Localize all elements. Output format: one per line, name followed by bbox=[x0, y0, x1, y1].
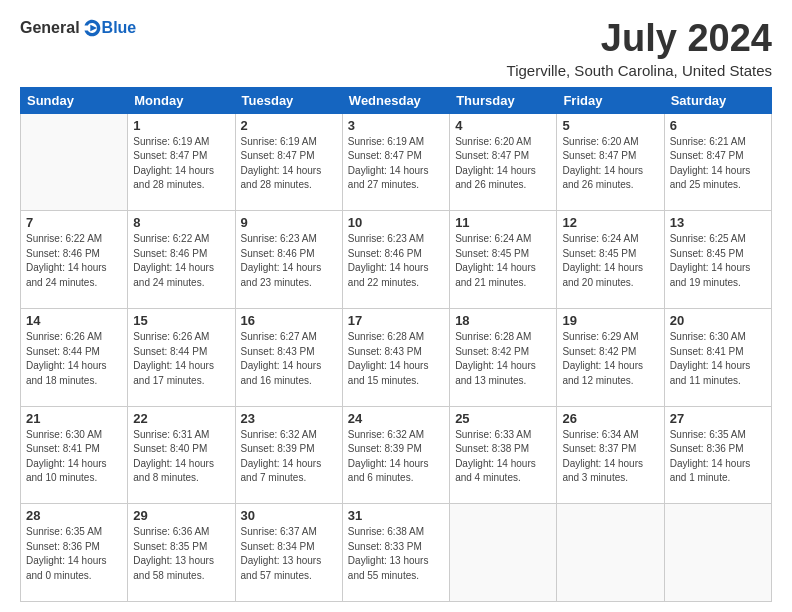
weekday-header-row: SundayMondayTuesdayWednesdayThursdayFrid… bbox=[21, 87, 772, 113]
header: General Blue July 2024 Tigerville, South… bbox=[20, 18, 772, 79]
weekday-header-friday: Friday bbox=[557, 87, 664, 113]
day-info: Sunrise: 6:34 AMSunset: 8:37 PMDaylight:… bbox=[562, 428, 658, 486]
weekday-header-monday: Monday bbox=[128, 87, 235, 113]
day-info: Sunrise: 6:19 AMSunset: 8:47 PMDaylight:… bbox=[133, 135, 229, 193]
day-number: 7 bbox=[26, 215, 122, 230]
day-number: 16 bbox=[241, 313, 337, 328]
calendar-cell: 20Sunrise: 6:30 AMSunset: 8:41 PMDayligh… bbox=[664, 309, 771, 407]
day-info: Sunrise: 6:26 AMSunset: 8:44 PMDaylight:… bbox=[26, 330, 122, 388]
weekday-header-thursday: Thursday bbox=[450, 87, 557, 113]
day-info: Sunrise: 6:24 AMSunset: 8:45 PMDaylight:… bbox=[562, 232, 658, 290]
day-number: 8 bbox=[133, 215, 229, 230]
day-number: 14 bbox=[26, 313, 122, 328]
day-info: Sunrise: 6:25 AMSunset: 8:45 PMDaylight:… bbox=[670, 232, 766, 290]
day-number: 31 bbox=[348, 508, 444, 523]
logo-icon bbox=[82, 18, 102, 38]
day-info: Sunrise: 6:36 AMSunset: 8:35 PMDaylight:… bbox=[133, 525, 229, 583]
weekday-header-wednesday: Wednesday bbox=[342, 87, 449, 113]
day-number: 6 bbox=[670, 118, 766, 133]
day-info: Sunrise: 6:23 AMSunset: 8:46 PMDaylight:… bbox=[241, 232, 337, 290]
calendar-week-1: 7Sunrise: 6:22 AMSunset: 8:46 PMDaylight… bbox=[21, 211, 772, 309]
day-info: Sunrise: 6:32 AMSunset: 8:39 PMDaylight:… bbox=[348, 428, 444, 486]
calendar-week-2: 14Sunrise: 6:26 AMSunset: 8:44 PMDayligh… bbox=[21, 309, 772, 407]
svg-marker-0 bbox=[90, 25, 97, 32]
calendar-cell: 13Sunrise: 6:25 AMSunset: 8:45 PMDayligh… bbox=[664, 211, 771, 309]
calendar-cell: 8Sunrise: 6:22 AMSunset: 8:46 PMDaylight… bbox=[128, 211, 235, 309]
day-number: 24 bbox=[348, 411, 444, 426]
day-info: Sunrise: 6:27 AMSunset: 8:43 PMDaylight:… bbox=[241, 330, 337, 388]
day-number: 22 bbox=[133, 411, 229, 426]
logo: General Blue bbox=[20, 18, 136, 38]
day-number: 3 bbox=[348, 118, 444, 133]
day-number: 23 bbox=[241, 411, 337, 426]
calendar-week-0: 1Sunrise: 6:19 AMSunset: 8:47 PMDaylight… bbox=[21, 113, 772, 211]
day-number: 12 bbox=[562, 215, 658, 230]
day-number: 15 bbox=[133, 313, 229, 328]
day-info: Sunrise: 6:33 AMSunset: 8:38 PMDaylight:… bbox=[455, 428, 551, 486]
calendar-cell bbox=[450, 504, 557, 602]
day-info: Sunrise: 6:21 AMSunset: 8:47 PMDaylight:… bbox=[670, 135, 766, 193]
calendar-cell: 18Sunrise: 6:28 AMSunset: 8:42 PMDayligh… bbox=[450, 309, 557, 407]
day-number: 18 bbox=[455, 313, 551, 328]
day-info: Sunrise: 6:24 AMSunset: 8:45 PMDaylight:… bbox=[455, 232, 551, 290]
weekday-header-tuesday: Tuesday bbox=[235, 87, 342, 113]
calendar-cell: 7Sunrise: 6:22 AMSunset: 8:46 PMDaylight… bbox=[21, 211, 128, 309]
calendar-cell: 24Sunrise: 6:32 AMSunset: 8:39 PMDayligh… bbox=[342, 406, 449, 504]
calendar-cell: 9Sunrise: 6:23 AMSunset: 8:46 PMDaylight… bbox=[235, 211, 342, 309]
day-number: 20 bbox=[670, 313, 766, 328]
day-number: 9 bbox=[241, 215, 337, 230]
weekday-header-sunday: Sunday bbox=[21, 87, 128, 113]
day-info: Sunrise: 6:30 AMSunset: 8:41 PMDaylight:… bbox=[26, 428, 122, 486]
day-info: Sunrise: 6:30 AMSunset: 8:41 PMDaylight:… bbox=[670, 330, 766, 388]
day-number: 4 bbox=[455, 118, 551, 133]
calendar-cell: 16Sunrise: 6:27 AMSunset: 8:43 PMDayligh… bbox=[235, 309, 342, 407]
weekday-header-saturday: Saturday bbox=[664, 87, 771, 113]
calendar-cell: 21Sunrise: 6:30 AMSunset: 8:41 PMDayligh… bbox=[21, 406, 128, 504]
calendar-cell: 14Sunrise: 6:26 AMSunset: 8:44 PMDayligh… bbox=[21, 309, 128, 407]
logo-general: General bbox=[20, 19, 80, 37]
calendar-cell: 12Sunrise: 6:24 AMSunset: 8:45 PMDayligh… bbox=[557, 211, 664, 309]
day-number: 26 bbox=[562, 411, 658, 426]
calendar-cell: 30Sunrise: 6:37 AMSunset: 8:34 PMDayligh… bbox=[235, 504, 342, 602]
day-number: 17 bbox=[348, 313, 444, 328]
calendar-cell bbox=[21, 113, 128, 211]
calendar-cell: 15Sunrise: 6:26 AMSunset: 8:44 PMDayligh… bbox=[128, 309, 235, 407]
day-info: Sunrise: 6:35 AMSunset: 8:36 PMDaylight:… bbox=[670, 428, 766, 486]
day-info: Sunrise: 6:28 AMSunset: 8:43 PMDaylight:… bbox=[348, 330, 444, 388]
day-info: Sunrise: 6:35 AMSunset: 8:36 PMDaylight:… bbox=[26, 525, 122, 583]
calendar-cell: 26Sunrise: 6:34 AMSunset: 8:37 PMDayligh… bbox=[557, 406, 664, 504]
day-info: Sunrise: 6:19 AMSunset: 8:47 PMDaylight:… bbox=[241, 135, 337, 193]
calendar-cell: 10Sunrise: 6:23 AMSunset: 8:46 PMDayligh… bbox=[342, 211, 449, 309]
title-block: July 2024 Tigerville, South Carolina, Un… bbox=[507, 18, 772, 79]
day-number: 5 bbox=[562, 118, 658, 133]
calendar-body: 1Sunrise: 6:19 AMSunset: 8:47 PMDaylight… bbox=[21, 113, 772, 601]
day-number: 29 bbox=[133, 508, 229, 523]
calendar-cell: 17Sunrise: 6:28 AMSunset: 8:43 PMDayligh… bbox=[342, 309, 449, 407]
day-number: 11 bbox=[455, 215, 551, 230]
day-number: 25 bbox=[455, 411, 551, 426]
calendar-cell bbox=[557, 504, 664, 602]
calendar-cell: 11Sunrise: 6:24 AMSunset: 8:45 PMDayligh… bbox=[450, 211, 557, 309]
day-info: Sunrise: 6:32 AMSunset: 8:39 PMDaylight:… bbox=[241, 428, 337, 486]
day-info: Sunrise: 6:20 AMSunset: 8:47 PMDaylight:… bbox=[455, 135, 551, 193]
calendar-cell: 4Sunrise: 6:20 AMSunset: 8:47 PMDaylight… bbox=[450, 113, 557, 211]
day-info: Sunrise: 6:22 AMSunset: 8:46 PMDaylight:… bbox=[26, 232, 122, 290]
day-number: 19 bbox=[562, 313, 658, 328]
day-number: 2 bbox=[241, 118, 337, 133]
calendar-cell: 5Sunrise: 6:20 AMSunset: 8:47 PMDaylight… bbox=[557, 113, 664, 211]
day-number: 30 bbox=[241, 508, 337, 523]
month-title: July 2024 bbox=[507, 18, 772, 60]
day-info: Sunrise: 6:20 AMSunset: 8:47 PMDaylight:… bbox=[562, 135, 658, 193]
day-number: 13 bbox=[670, 215, 766, 230]
calendar-week-4: 28Sunrise: 6:35 AMSunset: 8:36 PMDayligh… bbox=[21, 504, 772, 602]
day-number: 10 bbox=[348, 215, 444, 230]
day-info: Sunrise: 6:28 AMSunset: 8:42 PMDaylight:… bbox=[455, 330, 551, 388]
day-info: Sunrise: 6:38 AMSunset: 8:33 PMDaylight:… bbox=[348, 525, 444, 583]
calendar-cell: 29Sunrise: 6:36 AMSunset: 8:35 PMDayligh… bbox=[128, 504, 235, 602]
day-number: 21 bbox=[26, 411, 122, 426]
day-info: Sunrise: 6:29 AMSunset: 8:42 PMDaylight:… bbox=[562, 330, 658, 388]
calendar-cell: 1Sunrise: 6:19 AMSunset: 8:47 PMDaylight… bbox=[128, 113, 235, 211]
calendar-cell bbox=[664, 504, 771, 602]
calendar-cell: 6Sunrise: 6:21 AMSunset: 8:47 PMDaylight… bbox=[664, 113, 771, 211]
calendar-cell: 25Sunrise: 6:33 AMSunset: 8:38 PMDayligh… bbox=[450, 406, 557, 504]
